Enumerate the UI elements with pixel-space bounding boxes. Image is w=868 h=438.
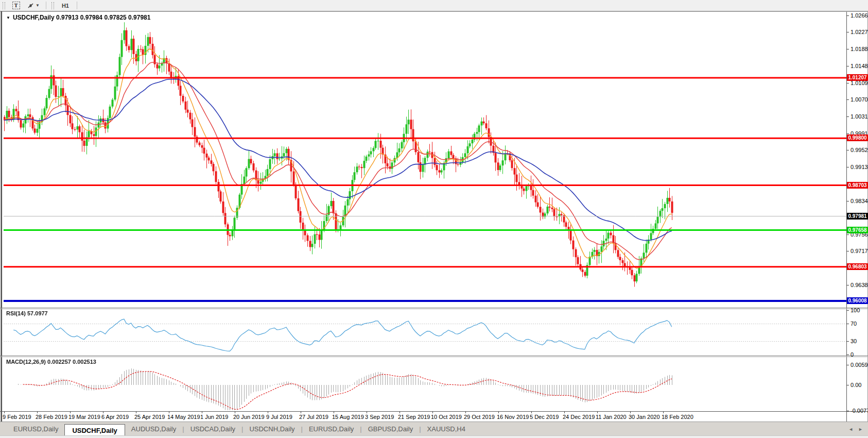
toolbar-separator <box>77 2 77 9</box>
time-tick-mark <box>37 411 38 413</box>
date-label: 14 May 2019 <box>167 414 200 420</box>
chart-tab-gbpusd-daily[interactable]: GBPUSD,Daily <box>362 422 419 436</box>
toolbar-grip[interactable] <box>51 2 54 9</box>
price-level-badge: 0.97981 <box>847 213 868 220</box>
pane-splitter[interactable] <box>0 356 868 356</box>
price-tick-label: 1.01480 <box>850 63 868 69</box>
date-label: 9 Jul 2019 <box>266 414 292 420</box>
price-tick-label: 0.99520 <box>850 147 868 153</box>
time-tick-mark <box>597 411 598 413</box>
date-label: 18 Feb 2020 <box>662 414 693 420</box>
price-level-badge: 0.96803 <box>847 263 868 270</box>
mt4-window: T ▼ M1M5M15M30H1H4D1W1MN ▼USDCHF,Daily 0… <box>0 0 868 438</box>
price-tick-label: 1.00700 <box>850 96 868 103</box>
axis-tick-mark <box>846 324 849 324</box>
macd-pane-canvas[interactable] <box>4 357 846 411</box>
chart-title: ▼USDCHF,Daily 0.97913 0.97984 0.97825 0.… <box>6 14 150 21</box>
price-tick-label: 0.96380 <box>850 282 868 288</box>
time-tick-mark <box>334 411 334 413</box>
rsi-value: 57.0977 <box>27 310 48 316</box>
time-tick-mark <box>268 411 268 413</box>
price-level-badge: 1.01207 <box>847 74 868 81</box>
chart-tab-eurusd-daily[interactable]: EURUSD,Daily <box>303 422 360 436</box>
axis-tick-mark <box>846 167 849 167</box>
price-tick-label: 1.02270 <box>850 29 868 35</box>
chart-tab-audusd-daily[interactable]: AUDUSD,Daily <box>125 422 182 436</box>
price-tick-label: 1.02660 <box>850 12 868 19</box>
date-label: 5 Dec 2019 <box>530 414 559 420</box>
price-level-badge: 0.96008 <box>847 297 868 304</box>
chart-symbol-label: USDCHF,Daily <box>13 14 55 21</box>
date-label: 30 Jan 2020 <box>629 414 660 420</box>
pane-splitter[interactable] <box>0 308 868 308</box>
axis-tick-mark <box>846 234 849 235</box>
date-label: 16 Nov 2019 <box>497 414 529 420</box>
chart-tab-eurusd-daily[interactable]: EURUSD,Daily <box>7 422 64 436</box>
price-tick-label: 0.97170 <box>850 248 868 254</box>
axis-tick-mark <box>846 355 849 355</box>
axis-tick-mark <box>846 365 849 365</box>
macd-tick-label: 0.00 <box>850 382 861 388</box>
status-bar <box>0 435 868 438</box>
macd-tick-label: -0.007737 <box>850 408 868 414</box>
time-tick-mark <box>465 411 466 413</box>
axis-tick-mark <box>846 49 849 49</box>
price-tick-label: 0.98340 <box>850 198 868 204</box>
rsi-tick-label: 70 <box>850 321 857 327</box>
price-level-badge: 0.99800 <box>847 134 868 141</box>
price-tick-label: 0.99130 <box>850 164 868 170</box>
axis-tick-mark <box>846 411 849 411</box>
arrange-charts-button[interactable]: ▼ <box>24 1 43 11</box>
date-label: 10 Oct 2019 <box>431 414 462 420</box>
axis-tick-mark <box>846 133 849 134</box>
macd-tick-label: 0.005986 <box>850 362 868 368</box>
axis-tick-mark <box>846 83 849 83</box>
macd-label: MACD(12,26,9) 0.002257 0.002513 <box>6 359 96 365</box>
time-tick-mark <box>432 411 433 413</box>
chart-tab-usdchf-daily[interactable]: USDCHF,Daily <box>64 424 125 436</box>
price-chart-canvas[interactable] <box>4 12 846 308</box>
chart-tab-xauusd-h4[interactable]: XAUUSD,H4 <box>421 422 472 436</box>
toolbar-separator <box>46 2 46 9</box>
axis-tick-mark <box>846 116 849 117</box>
tabs-scroll-right-icon[interactable]: ► <box>858 427 863 432</box>
timeframe-button-h1[interactable]: H1 <box>57 1 74 11</box>
date-label: 27 Jul 2019 <box>299 414 328 420</box>
time-tick-mark <box>301 411 301 413</box>
date-label: 6 Apr 2019 <box>101 414 129 420</box>
time-tick-mark <box>663 411 664 413</box>
chart-window-border-left <box>1 11 2 422</box>
axis-tick-mark <box>846 385 849 385</box>
price-level-badge: 0.98703 <box>847 182 868 189</box>
date-label: 25 Apr 2019 <box>134 414 165 420</box>
chart-tab-usdcad-daily[interactable]: USDCAD,Daily <box>184 422 241 436</box>
tabs-scroll-left-icon[interactable]: ◄ <box>848 427 853 432</box>
time-tick-mark <box>630 411 631 413</box>
date-label: 9 Feb 2019 <box>3 414 31 420</box>
rsi-pane-canvas[interactable] <box>4 309 846 355</box>
time-axis-line <box>0 411 868 412</box>
time-tick-mark <box>70 411 71 413</box>
time-tick-mark <box>169 411 169 413</box>
time-tick-mark <box>564 411 565 413</box>
time-tick-mark <box>498 411 499 413</box>
axis-tick-mark <box>846 201 849 201</box>
rsi-tick-label: 0 <box>850 351 854 358</box>
time-tick-mark <box>4 411 5 413</box>
date-label: 29 Oct 2019 <box>464 414 495 420</box>
chart-dropdown-icon[interactable]: ▼ <box>6 15 10 20</box>
time-tick-mark <box>367 411 367 413</box>
date-label: 21 Sep 2019 <box>398 414 430 420</box>
text-tool-button[interactable]: T <box>8 1 24 11</box>
text-tool-icon: T <box>12 2 20 9</box>
rsi-label: RSI(14) 57.0977 <box>6 310 48 316</box>
chart-tab-usdcnh-daily[interactable]: USDCNH,Daily <box>243 422 301 436</box>
rsi-tick-label: 30 <box>850 338 857 344</box>
price-tick-label: 1.01880 <box>850 46 868 52</box>
price-level-badge: 0.97658 <box>847 227 868 233</box>
toolbar-grip[interactable] <box>3 2 5 9</box>
date-label: 28 Feb 2019 <box>36 414 67 420</box>
axis-tick-mark <box>846 99 849 100</box>
date-label: 19 Mar 2019 <box>68 414 100 420</box>
time-tick-mark <box>136 411 136 413</box>
